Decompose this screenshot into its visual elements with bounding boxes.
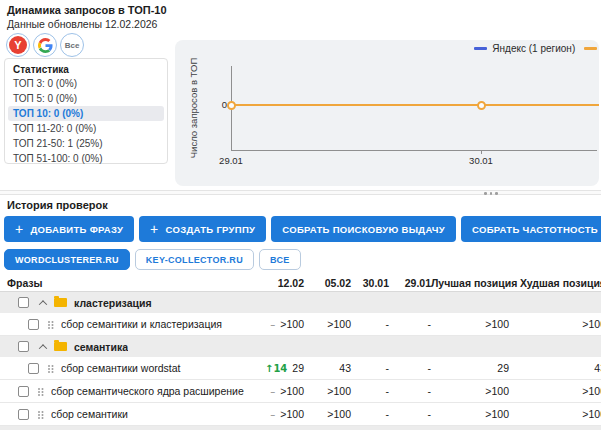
- phrase-cell: сбор семантики и кластеризация: [0, 318, 246, 330]
- phrase-label: сбор семантики: [51, 408, 128, 420]
- position-cell: –>100: [246, 385, 304, 397]
- y-axis-label: Число запросов в ТОП: [188, 58, 199, 158]
- phrase-row: сбор семантики wordstat↑142943--2943: [0, 357, 601, 380]
- position-cell: ↑1429: [246, 362, 304, 374]
- legend-item-google[interactable]: G: [584, 43, 601, 54]
- x-tick-label-30-01: 30.01: [456, 155, 506, 166]
- phrase-cell: семантика: [0, 341, 601, 353]
- yandex-series-swatch: [474, 47, 487, 50]
- y-tick-0: 0: [211, 99, 227, 110]
- column-header-2: 30.01: [351, 277, 389, 289]
- phrase-label: сбор семантики wordstat: [61, 362, 181, 374]
- position-cell: -: [389, 318, 431, 330]
- phrase-cell: сбор семантического ядра расширение: [0, 385, 246, 397]
- action-button-0[interactable]: +ДОБАВИТЬ ФРАЗУ: [4, 216, 134, 242]
- row-checkbox[interactable]: [18, 386, 29, 397]
- position-cell: >100: [304, 318, 351, 330]
- position-value: >100: [582, 385, 601, 397]
- all-engines-filter-button[interactable]: Все: [60, 33, 84, 57]
- collapse-chevron-icon[interactable]: [39, 344, 47, 352]
- row-checkbox[interactable]: [28, 319, 39, 330]
- stat-item-2[interactable]: ТОП 10: 0 (0%): [8, 106, 164, 121]
- position-cell: -: [389, 408, 431, 420]
- statistics-list: ТОП 3: 0 (0%)ТОП 5: 0 (0%)ТОП 10: 0 (0%)…: [8, 76, 164, 166]
- row-checkbox[interactable]: [28, 363, 39, 374]
- legend-label-yandex: Яндекс (1 регион): [492, 43, 575, 54]
- x-axis-tick: [481, 150, 482, 154]
- drag-handle-icon[interactable]: [38, 411, 40, 413]
- phrase-cell: сбор семантики: [0, 408, 246, 420]
- action-button-label: СОБРАТЬ ПОИСКОВУЮ ВЫДАЧУ: [282, 224, 445, 235]
- position-value: >100: [280, 385, 304, 397]
- phrase-row: сбор семантики и кластеризация–>100>100-…: [0, 313, 601, 336]
- folder-icon: [54, 342, 67, 351]
- position-cell: -: [389, 385, 431, 397]
- x-axis-line: [231, 150, 597, 151]
- stat-item-3[interactable]: ТОП 11-20: 0 (0%): [8, 121, 164, 136]
- phrase-row: сбор семантики–>100>100-->100>100: [0, 403, 601, 426]
- position-value: 29: [292, 362, 304, 374]
- column-header-3: 29.01: [389, 277, 431, 289]
- row-checkbox[interactable]: [18, 409, 29, 420]
- source-filter-2[interactable]: ВСЕ: [259, 249, 301, 270]
- google-series-swatch: [584, 47, 597, 50]
- google-icon: [38, 38, 53, 53]
- position-cell: >100: [304, 385, 351, 397]
- action-button-1[interactable]: +СОЗДАТЬ ГРУППУ: [139, 216, 266, 242]
- position-cell: -: [351, 408, 389, 420]
- drag-dots-icon: [484, 192, 498, 195]
- phrase-label: сбор семантического ядра расширение: [51, 385, 244, 397]
- position-cell: -: [351, 385, 389, 397]
- column-header-phrases: Фразы: [0, 277, 246, 289]
- engine-filter-group: Y Все: [6, 33, 84, 57]
- action-button-3[interactable]: СОБРАТЬ ЧАСТОТНОСТЬ: [461, 216, 601, 242]
- group-label: кластеризация: [74, 297, 152, 309]
- column-header-5: Худшая позиция: [509, 277, 601, 289]
- phrase-row: сбор семантического ядра расширение–>100…: [0, 380, 601, 403]
- group-row: кластеризация: [0, 292, 601, 313]
- row-checkbox[interactable]: [18, 297, 29, 308]
- stat-item-5[interactable]: ТОП 51-100: 0 (0%): [8, 151, 164, 166]
- legend-item-yandex[interactable]: Яндекс (1 регион): [474, 43, 575, 54]
- source-filter-0[interactable]: WORDCLUSTERER.RU: [4, 249, 130, 270]
- position-cell: –>100: [246, 408, 304, 420]
- yandex-filter-button[interactable]: Y: [6, 33, 30, 57]
- google-filter-button[interactable]: [33, 33, 57, 57]
- position-cell: -: [389, 362, 431, 374]
- collapse-chevron-icon[interactable]: [39, 300, 47, 308]
- position-value: 29: [497, 362, 509, 374]
- action-button-2[interactable]: СОБРАТЬ ПОИСКОВУЮ ВЫДАЧУ: [271, 216, 456, 242]
- action-button-label: ДОБАВИТЬ ФРАЗУ: [30, 224, 123, 235]
- statistics-panel: Статистика ТОП 3: 0 (0%)ТОП 5: 0 (0%)ТОП…: [4, 58, 168, 164]
- no-change-indicator: –: [270, 386, 275, 397]
- position-value: 43: [339, 362, 351, 374]
- data-point-30-01[interactable]: [477, 101, 486, 110]
- plus-icon: +: [15, 222, 23, 236]
- plus-icon: +: [150, 222, 158, 236]
- stat-item-1[interactable]: ТОП 5: 0 (0%): [8, 91, 164, 106]
- drag-handle-icon[interactable]: [48, 321, 50, 323]
- chart-legend: Яндекс (1 регион) G: [474, 43, 601, 54]
- position-value: >100: [280, 318, 304, 330]
- position-value: >100: [485, 318, 509, 330]
- source-filter-1[interactable]: KEY-COLLECTOR.RU: [135, 249, 254, 270]
- position-cell: >100: [509, 318, 601, 330]
- phrase-cell: кластеризация: [0, 297, 601, 309]
- drag-handle-icon[interactable]: [48, 365, 50, 367]
- panel-resize-handle[interactable]: [0, 190, 601, 195]
- action-button-label: СОБРАТЬ ЧАСТОТНОСТЬ: [472, 224, 598, 235]
- stat-item-0[interactable]: ТОП 3: 0 (0%): [8, 76, 164, 91]
- stat-item-4[interactable]: ТОП 21-50: 1 (25%): [8, 136, 164, 151]
- action-button-label: СОЗДАТЬ ГРУППУ: [166, 224, 256, 235]
- sources-row: WORDCLUSTERER.RUKEY-COLLECTOR.RUВСЕ: [4, 249, 601, 270]
- position-cell: >100: [509, 408, 601, 420]
- row-checkbox[interactable]: [18, 341, 29, 352]
- history-title: История проверок: [0, 199, 601, 213]
- position-value: >100: [582, 408, 601, 420]
- phrases-table: Фразы 12.0205.0230.0129.01Лучшая позиция…: [0, 274, 601, 430]
- drag-handle-icon[interactable]: [38, 388, 40, 390]
- page-title: Динамика запросов в ТОП-10: [7, 4, 167, 16]
- folder-icon: [54, 298, 67, 307]
- position-value: >100: [485, 385, 509, 397]
- data-point-29-01[interactable]: [227, 101, 236, 110]
